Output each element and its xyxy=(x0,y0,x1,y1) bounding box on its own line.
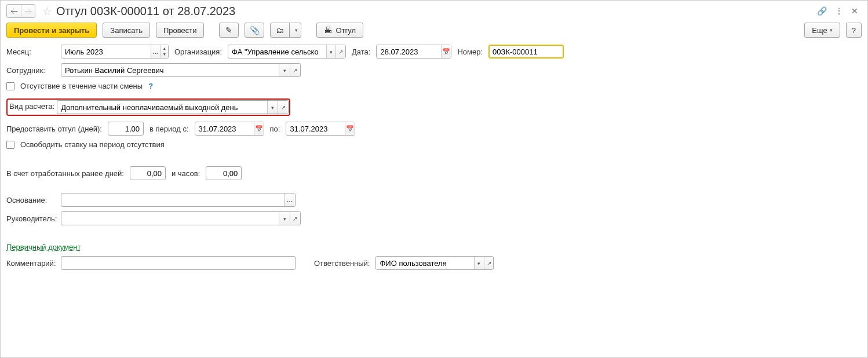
month-spinner[interactable]: ▲▼ xyxy=(161,45,168,58)
highlight-button[interactable]: ✎ xyxy=(219,23,239,38)
free-position-checkbox[interactable] xyxy=(6,141,14,149)
label-employee: Сотрудник: xyxy=(6,66,55,75)
header-right: 🔗 ⋮ ✕ xyxy=(817,6,862,16)
field-responsible xyxy=(375,256,494,270)
save-button[interactable]: Записать xyxy=(103,23,150,38)
calc-type-highlight: Вид расчета: xyxy=(6,98,290,116)
window-header: 🡠 🡢 ☆ Отгул 00ЗК-000011 от 28.07.2023 🔗 … xyxy=(1,1,867,20)
link-icon[interactable]: 🔗 xyxy=(817,6,827,16)
toolbar: Провести и закрыть Записать Провести ✎ 📎… xyxy=(1,20,867,42)
responsible-open-button[interactable] xyxy=(484,257,494,269)
field-period-to xyxy=(286,122,355,136)
more-label: Еще xyxy=(812,26,827,35)
month-select-button[interactable] xyxy=(151,45,161,58)
label-period-to: по: xyxy=(270,125,280,133)
worked-days-input[interactable] xyxy=(130,167,165,180)
post-button[interactable]: Провести xyxy=(156,23,205,38)
label-free-position: Освободить ставку на период отсутствия xyxy=(20,140,165,149)
document-window: 🡠 🡢 ☆ Отгул 00ЗК-000011 от 28.07.2023 🔗 … xyxy=(0,0,868,358)
label-basis: Основание: xyxy=(6,196,55,204)
period-to-calendar-button[interactable] xyxy=(345,122,355,135)
post-and-close-button[interactable]: Провести и закрыть xyxy=(6,23,97,38)
field-comment xyxy=(61,256,296,270)
basis-select-button[interactable] xyxy=(284,193,295,206)
label-comment: Комментарий: xyxy=(6,259,55,268)
employee-input[interactable] xyxy=(61,64,279,76)
label-grant-days: Предоставить отгул (дней): xyxy=(6,125,102,133)
partial-shift-checkbox[interactable] xyxy=(6,82,14,90)
employee-dropdown-button[interactable] xyxy=(279,64,289,76)
calc-type-open-button[interactable] xyxy=(278,101,288,114)
calc-type-input[interactable] xyxy=(57,101,267,114)
manager-input[interactable] xyxy=(61,212,279,225)
date-input[interactable] xyxy=(377,45,441,58)
label-responsible: Ответственный: xyxy=(314,259,370,268)
label-period-from: в период с: xyxy=(149,125,189,133)
calc-type-dropdown-button[interactable] xyxy=(267,101,278,114)
employee-open-button[interactable] xyxy=(290,64,300,76)
attach-button[interactable]: 📎 xyxy=(245,23,264,38)
report-button[interactable]: 🗂 xyxy=(270,23,290,38)
close-icon[interactable]: ✕ xyxy=(851,6,858,16)
date-calendar-button[interactable] xyxy=(441,45,451,58)
printer-icon: 🖶 xyxy=(324,25,332,35)
label-number: Номер: xyxy=(457,48,483,56)
organization-open-button[interactable] xyxy=(335,45,345,58)
period-to-input[interactable] xyxy=(286,122,345,135)
field-period-from xyxy=(195,122,264,136)
field-worked-days xyxy=(130,166,166,180)
pencil-icon: ✎ xyxy=(224,25,234,35)
row-manager: Руководитель: xyxy=(6,211,862,225)
row-free-position: Освободить ставку на период отсутствия xyxy=(6,140,862,149)
nav-back-button[interactable]: 🡠 xyxy=(7,5,21,17)
nav-forward-button[interactable]: 🡢 xyxy=(21,5,35,17)
field-manager xyxy=(61,211,301,225)
responsible-dropdown-button[interactable] xyxy=(474,257,484,269)
organization-input[interactable] xyxy=(228,45,326,58)
row-grant-period: Предоставить отгул (дней): в период с: п… xyxy=(6,122,862,136)
manager-dropdown-button[interactable] xyxy=(279,212,289,225)
print-button[interactable]: 🖶 Отгул xyxy=(316,23,363,38)
comment-input[interactable] xyxy=(61,257,295,269)
form-area: Месяц: ▲▼ Организация: Дата: Номер: xyxy=(1,42,867,277)
label-partial-shift: Отсутствие в течение части смены xyxy=(20,82,143,90)
row-primary-doc: Первичный документ xyxy=(6,243,862,251)
field-month: ▲▼ xyxy=(61,45,169,59)
more-button[interactable]: Еще ▾ xyxy=(804,23,840,38)
field-number xyxy=(488,45,564,59)
number-input[interactable] xyxy=(489,45,563,58)
favorite-star-icon[interactable]: ☆ xyxy=(41,5,53,17)
row-header-fields: Месяц: ▲▼ Организация: Дата: Номер: xyxy=(6,45,862,59)
chevron-down-icon: ▾ xyxy=(830,27,833,33)
row-basis: Основание: xyxy=(6,193,862,207)
label-month: Месяц: xyxy=(6,48,55,56)
label-and-hours: и часов: xyxy=(172,169,200,178)
worked-hours-input[interactable] xyxy=(206,167,241,180)
chevron-down-icon: ▾ xyxy=(295,27,298,33)
period-from-input[interactable] xyxy=(195,122,254,135)
label-manager: Руководитель: xyxy=(6,214,55,223)
basis-input[interactable] xyxy=(61,193,284,206)
print-label: Отгул xyxy=(335,26,356,35)
help-partial-shift-button[interactable]: ? xyxy=(148,82,153,90)
paperclip-icon: 📎 xyxy=(250,25,259,35)
primary-doc-link[interactable]: Первичный документ xyxy=(6,243,81,251)
organization-dropdown-button[interactable] xyxy=(326,45,336,58)
help-button[interactable]: ? xyxy=(846,23,862,38)
field-date xyxy=(376,45,451,59)
report-button-group: 🗂 ▾ xyxy=(270,23,301,38)
report-dropdown-button[interactable]: ▾ xyxy=(290,23,301,38)
kebab-menu-icon[interactable]: ⋮ xyxy=(835,6,843,16)
label-organization: Организация: xyxy=(174,48,222,56)
period-from-calendar-button[interactable] xyxy=(254,122,264,135)
responsible-input[interactable] xyxy=(376,257,474,269)
row-employee: Сотрудник: xyxy=(6,63,862,77)
row-partial-shift: Отсутствие в течение части смены ? xyxy=(6,82,862,90)
label-calc-type: Вид расчета: xyxy=(8,100,57,114)
field-calc-type xyxy=(57,100,289,114)
row-worked: В счет отработанных ранее дней: и часов: xyxy=(6,166,862,180)
grant-days-input[interactable] xyxy=(108,122,143,135)
month-input[interactable] xyxy=(61,45,151,58)
manager-open-button[interactable] xyxy=(290,212,300,225)
row-calc-type: Вид расчета: xyxy=(6,98,862,116)
